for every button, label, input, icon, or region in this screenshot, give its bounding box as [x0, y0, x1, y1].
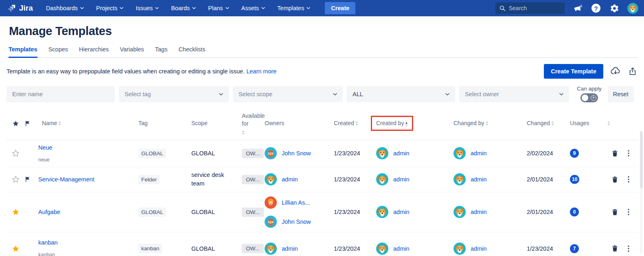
created-by-link[interactable]: admin: [393, 150, 410, 157]
owner-link[interactable]: John Snow: [282, 150, 311, 157]
template-name-link[interactable]: Service-Management: [38, 176, 94, 183]
type-filter-select[interactable]: ALL: [347, 86, 455, 102]
star-toggle[interactable]: [7, 176, 24, 183]
user-avatar[interactable]: [627, 3, 638, 14]
available-for-chip[interactable]: OW...: [242, 175, 264, 184]
nav-projects[interactable]: Projects: [96, 5, 123, 11]
owner-link[interactable]: Lillian As...: [282, 199, 310, 206]
tab-tags[interactable]: Tags: [155, 46, 168, 58]
table-row: Aufgabe GLOBAL GLOBAL OW... Lillian As..…: [7, 192, 637, 232]
created-by-link[interactable]: admin: [393, 245, 410, 252]
scope-filter-select[interactable]: Select scope: [233, 86, 343, 102]
nav-create-button[interactable]: Create: [325, 2, 355, 14]
sort-icon: [58, 121, 61, 126]
usages-badge[interactable]: 0: [570, 207, 579, 216]
settings-gear-icon[interactable]: [609, 3, 620, 13]
sort-icon: [486, 121, 488, 126]
created-by-link[interactable]: admin: [393, 176, 410, 183]
star-toggle[interactable]: [7, 208, 24, 216]
template-name-link[interactable]: kanban: [38, 239, 58, 246]
changed-by-link[interactable]: admin: [471, 150, 487, 157]
changed-date: 2/01/2024: [527, 176, 553, 183]
nav-plans[interactable]: Plans: [208, 5, 229, 11]
created-date: 1/23/2024: [334, 209, 360, 215]
tab-hierarchies[interactable]: Hierarchies: [79, 46, 109, 58]
nav-boards[interactable]: Boards: [171, 5, 196, 11]
created-header-label: Created: [334, 119, 354, 127]
help-icon[interactable]: ?: [591, 3, 601, 13]
usages-badge[interactable]: 10: [570, 175, 579, 184]
changed-date: 2/01/2024: [527, 209, 553, 215]
usages-badge[interactable]: 9: [570, 149, 579, 158]
created-by-link[interactable]: admin: [393, 209, 410, 215]
tab-variables[interactable]: Variables: [120, 46, 144, 58]
create-template-button[interactable]: Create Template: [544, 64, 603, 79]
vertical-scrollbar[interactable]: [640, 131, 643, 254]
name-filter-input[interactable]: [7, 86, 115, 102]
can-apply-toggle[interactable]: ✕: [580, 93, 598, 102]
filter-bar: Select tag Select scope ALL Select owner…: [7, 86, 637, 102]
name-column-header[interactable]: Name: [38, 119, 138, 127]
nav-dashboards[interactable]: Dashboards: [46, 5, 84, 11]
nav-assets[interactable]: Assets: [241, 5, 265, 11]
usages-column-header[interactable]: Usages: [570, 119, 607, 127]
type-filter-value: ALL: [353, 91, 363, 97]
delete-button[interactable]: [611, 150, 618, 157]
available-for-chip[interactable]: OW...: [242, 207, 264, 217]
available-for-chip[interactable]: OW...: [242, 244, 264, 253]
more-actions-button[interactable]: [628, 176, 629, 183]
owner-filter-select[interactable]: Select owner: [459, 86, 569, 102]
tab-checklists[interactable]: Checklists: [178, 46, 205, 58]
changed-by-link[interactable]: admin: [471, 245, 487, 252]
nav-templates[interactable]: Templates: [277, 5, 310, 11]
more-actions-button[interactable]: [628, 209, 629, 215]
template-name-link[interactable]: Neue: [38, 144, 53, 151]
changed-column-header[interactable]: Changed: [527, 119, 570, 127]
star-outline-icon: [12, 176, 20, 183]
flag-column-header[interactable]: [24, 120, 38, 127]
nav-issues-label: Issues: [136, 5, 153, 11]
toggle-off-icon: ✕: [591, 95, 596, 101]
scrollbar-thumb[interactable]: [640, 131, 643, 188]
jira-logo[interactable]: Jira: [7, 4, 33, 13]
owners-header-label: Owners: [265, 119, 284, 127]
available-for-column-header[interactable]: Available for: [242, 112, 265, 135]
changed-by-link[interactable]: admin: [471, 209, 487, 215]
owner-link[interactable]: admin: [282, 245, 298, 252]
created-date: 1/23/2024: [334, 150, 360, 157]
star-toggle[interactable]: [7, 150, 24, 157]
nav-search-box[interactable]: [495, 2, 565, 14]
avatar-dog: [376, 147, 388, 159]
created-column-header[interactable]: Created: [334, 119, 376, 127]
star-filled-icon: [12, 245, 20, 252]
star-toggle[interactable]: [7, 245, 24, 252]
search-input[interactable]: [509, 5, 558, 11]
avatar-john-snow: [265, 147, 277, 159]
usages-badge[interactable]: 7: [570, 244, 579, 253]
avatar-dog: [453, 173, 466, 185]
star-column-header[interactable]: [7, 120, 24, 127]
announcement-megaphone-icon[interactable]: [572, 3, 583, 13]
available-for-chip[interactable]: OW...: [242, 149, 264, 158]
tag-filter-select[interactable]: Select tag: [119, 86, 229, 102]
changed-by-link[interactable]: admin: [471, 176, 487, 183]
owner-link[interactable]: John Snow: [282, 218, 311, 225]
delete-button[interactable]: [611, 209, 618, 216]
delete-button[interactable]: [611, 245, 618, 252]
more-actions-button[interactable]: [628, 150, 629, 157]
tab-templates[interactable]: Templates: [9, 46, 37, 58]
export-share-icon[interactable]: [628, 66, 637, 76]
reset-button[interactable]: Reset: [608, 86, 634, 102]
changed-by-column-header[interactable]: Changed by: [453, 119, 527, 127]
learn-more-link[interactable]: Learn more: [246, 68, 276, 75]
import-cloud-download-icon[interactable]: [610, 66, 621, 77]
created-by-column-header[interactable]: Created by: [376, 119, 453, 127]
delete-button[interactable]: [611, 176, 618, 183]
tab-scopes[interactable]: Scopes: [48, 46, 68, 58]
trash-icon: [611, 176, 618, 183]
table-row: Neue neue GLOBAL GLOBAL OW... John Snow …: [7, 140, 637, 167]
template-name-link[interactable]: Aufgabe: [38, 209, 60, 215]
more-actions-button[interactable]: [628, 245, 629, 252]
owner-link[interactable]: admin: [282, 176, 298, 183]
nav-issues[interactable]: Issues: [136, 5, 159, 11]
